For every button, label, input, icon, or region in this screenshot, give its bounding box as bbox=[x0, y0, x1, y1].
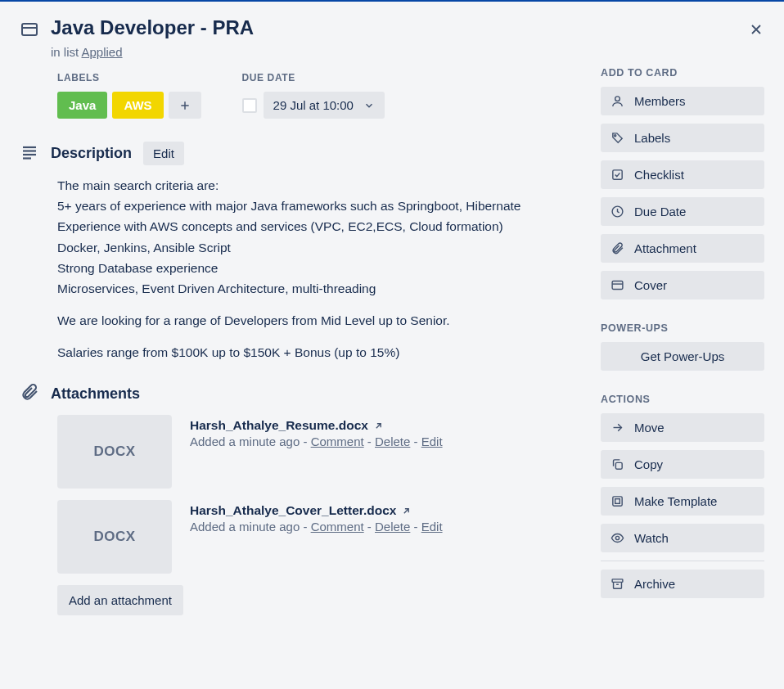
svg-rect-8 bbox=[613, 170, 622, 179]
eye-icon bbox=[611, 531, 624, 545]
add-label-button[interactable] bbox=[169, 92, 201, 119]
description-section: Description Edit The main search criteri… bbox=[20, 142, 581, 363]
description-para1: The main search criteria are: 5+ years o… bbox=[57, 175, 581, 299]
attachment-edit[interactable]: Edit bbox=[421, 520, 443, 534]
attachment-delete[interactable]: Delete bbox=[375, 520, 410, 534]
add-to-card-section: ADD TO CARD Members Labels Checklist Due… bbox=[601, 67, 764, 299]
description-body[interactable]: The main search criteria are: 5+ years o… bbox=[57, 175, 581, 363]
external-link-icon bbox=[401, 506, 412, 516]
label-java[interactable]: Java bbox=[57, 92, 107, 119]
svg-point-16 bbox=[615, 537, 619, 540]
attachment-item: DOCX Harsh_Athalye_Resume.docx Added a m… bbox=[57, 415, 581, 489]
checklist-icon bbox=[611, 168, 624, 182]
due-date-value: 29 Jul at 10:00 bbox=[273, 98, 354, 112]
attachment-edit[interactable]: Edit bbox=[421, 435, 443, 448]
svg-rect-17 bbox=[612, 579, 623, 583]
svg-rect-13 bbox=[615, 463, 622, 470]
archive-button[interactable]: Archive bbox=[601, 570, 764, 598]
attachment-comment[interactable]: Comment bbox=[311, 520, 364, 534]
actions-section: ACTIONS Move Copy Make Template Watch bbox=[601, 394, 764, 598]
archive-icon bbox=[611, 577, 624, 591]
attachment-comment[interactable]: Comment bbox=[311, 435, 364, 448]
close-button[interactable] bbox=[743, 16, 769, 43]
move-button[interactable]: Move bbox=[601, 413, 764, 442]
attachment-delete[interactable]: Delete bbox=[375, 435, 410, 448]
labels-title: LABELS bbox=[57, 72, 201, 83]
description-para2: We are looking for a range of Developers… bbox=[57, 310, 581, 331]
svg-rect-10 bbox=[612, 281, 623, 290]
attachment-item: DOCX Harsh_Athalye_Cover_Letter.docx Add… bbox=[57, 500, 581, 574]
get-powerups-button[interactable]: Get Power-Ups bbox=[601, 342, 764, 371]
checklist-button[interactable]: Checklist bbox=[601, 160, 764, 189]
powerups-title: POWER-UPS bbox=[601, 322, 764, 334]
attachment-button-side[interactable]: Attachment bbox=[601, 234, 764, 263]
card-title[interactable]: Java Developer - PRA bbox=[51, 15, 254, 40]
paperclip-icon bbox=[611, 241, 624, 255]
labels-block: LABELS Java AWS bbox=[57, 72, 201, 119]
divider bbox=[601, 561, 764, 561]
due-date-title: DUE DATE bbox=[242, 72, 385, 83]
svg-rect-14 bbox=[613, 497, 622, 506]
add-attachment-button[interactable]: Add an attachment bbox=[57, 585, 183, 615]
watch-button[interactable]: Watch bbox=[601, 524, 764, 552]
attachment-thumbnail[interactable]: DOCX bbox=[57, 415, 172, 489]
description-title: Description bbox=[51, 145, 132, 162]
svg-point-6 bbox=[615, 97, 620, 101]
attachments-section: Attachments DOCX Harsh_Athalye_Resume.do… bbox=[20, 382, 581, 615]
attachment-icon bbox=[20, 382, 39, 405]
due-date-button-side[interactable]: Due Date bbox=[601, 197, 764, 226]
cover-icon bbox=[611, 278, 624, 292]
label-aws[interactable]: AWS bbox=[112, 92, 163, 119]
due-date-button[interactable]: 29 Jul at 10:00 bbox=[264, 92, 385, 119]
make-template-button[interactable]: Make Template bbox=[601, 487, 764, 516]
attachment-thumbnail[interactable]: DOCX bbox=[57, 500, 172, 574]
svg-rect-0 bbox=[22, 24, 37, 35]
cover-button[interactable]: Cover bbox=[601, 271, 764, 299]
clock-icon bbox=[611, 205, 624, 218]
svg-rect-15 bbox=[615, 499, 620, 504]
attachment-name[interactable]: Harsh_Athalye_Cover_Letter.docx bbox=[190, 503, 443, 518]
in-list-prefix: in list bbox=[51, 45, 82, 59]
members-button[interactable]: Members bbox=[601, 87, 764, 115]
attachment-name[interactable]: Harsh_Athalye_Resume.docx bbox=[190, 418, 443, 433]
person-icon bbox=[611, 94, 624, 108]
attachment-subline: Added a minute ago - Comment - Delete - … bbox=[190, 435, 443, 448]
card-meta-row: LABELS Java AWS DUE DATE 29 Jul at bbox=[57, 72, 581, 119]
description-para3: Salaries range from $100K up to $150K + … bbox=[57, 342, 581, 363]
template-icon bbox=[611, 494, 624, 508]
due-date-block: DUE DATE 29 Jul at 10:00 bbox=[242, 72, 385, 119]
copy-icon bbox=[611, 457, 624, 471]
attachments-title: Attachments bbox=[51, 385, 140, 403]
list-link[interactable]: Applied bbox=[82, 45, 123, 59]
card-icon bbox=[20, 20, 39, 43]
card-header: Java Developer - PRA in list Applied bbox=[20, 15, 764, 59]
attachment-subline: Added a minute ago - Comment - Delete - … bbox=[190, 520, 443, 534]
card-list-subline: in list Applied bbox=[51, 45, 254, 59]
actions-title: ACTIONS bbox=[601, 394, 764, 405]
powerups-section: POWER-UPS Get Power-Ups bbox=[601, 322, 764, 371]
labels-button[interactable]: Labels bbox=[601, 124, 764, 152]
tag-icon bbox=[611, 131, 624, 145]
edit-description-button[interactable]: Edit bbox=[143, 142, 184, 165]
arrow-right-icon bbox=[611, 421, 624, 435]
chevron-down-icon bbox=[363, 100, 375, 111]
svg-point-7 bbox=[615, 135, 616, 137]
description-icon bbox=[20, 142, 39, 165]
close-icon bbox=[748, 21, 764, 38]
sidebar: ADD TO CARD Members Labels Checklist Due… bbox=[601, 67, 764, 621]
plus-icon bbox=[178, 99, 191, 112]
add-to-card-title: ADD TO CARD bbox=[601, 67, 764, 79]
due-checkbox[interactable] bbox=[242, 98, 257, 113]
copy-button[interactable]: Copy bbox=[601, 450, 764, 479]
external-link-icon bbox=[373, 421, 384, 431]
card-modal: Java Developer - PRA in list Applied LAB… bbox=[0, 2, 784, 689]
